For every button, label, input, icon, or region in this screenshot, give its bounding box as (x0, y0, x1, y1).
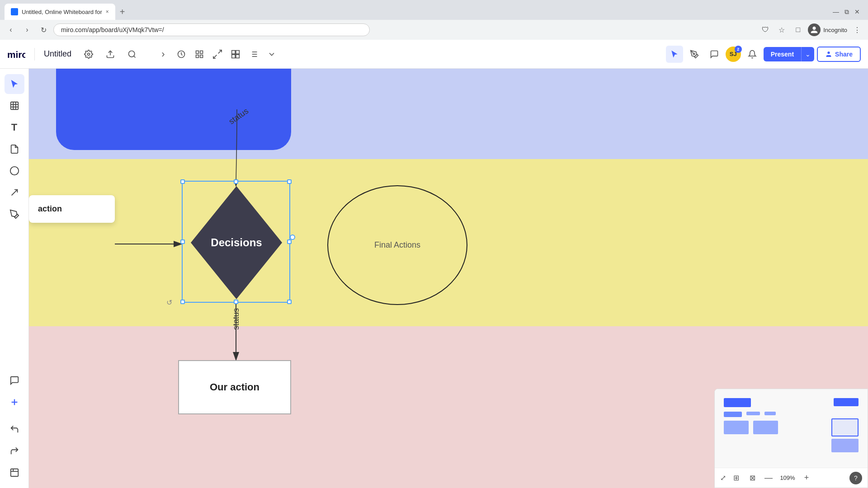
star-button[interactable]: ☆ (775, 23, 788, 36)
apps-tool[interactable] (227, 46, 244, 63)
minimap-block-8 (831, 418, 859, 436)
present-button-group: Present ⌄ (764, 47, 814, 61)
svg-line-29 (11, 190, 17, 196)
svg-rect-32 (10, 469, 18, 477)
window-maximize[interactable]: ⧉ (844, 8, 849, 16)
cast-button[interactable]: □ (792, 23, 804, 36)
address-bar[interactable] (53, 23, 370, 36)
incognito-button[interactable]: Incognito (808, 23, 847, 36)
connection-dot[interactable] (290, 235, 295, 240)
sidebar-text-tool[interactable]: T (5, 117, 24, 137)
more-tool[interactable] (263, 46, 280, 63)
search-button[interactable] (124, 46, 140, 62)
list-tool[interactable] (245, 46, 262, 63)
browser-controls: ‹ › ↻ 🛡 ☆ □ Incognito ⋮ (0, 20, 868, 40)
svg-point-22 (827, 52, 830, 54)
help-button[interactable]: ? (849, 472, 862, 484)
main-content: T (0, 69, 868, 488)
svg-rect-8 (200, 55, 203, 57)
timer-tool[interactable] (173, 46, 190, 63)
share-button[interactable]: Share (817, 47, 861, 62)
minimap-expand-button[interactable]: ⤢ (720, 474, 726, 482)
notification-badge: 2 (735, 46, 742, 53)
sidebar-arrow-tool[interactable] (5, 183, 24, 202)
new-tab-button[interactable]: + (117, 6, 128, 18)
minimap-fit-button[interactable]: ⊠ (746, 472, 759, 484)
tab-favicon (11, 8, 18, 15)
frames-tool[interactable] (191, 46, 208, 63)
svg-rect-6 (200, 51, 203, 53)
sidebar-redo-tool[interactable] (5, 441, 24, 461)
forward-tool[interactable]: › (155, 46, 172, 63)
minimap-map-button[interactable]: ⊞ (730, 472, 742, 484)
sidebar-select-tool[interactable] (5, 74, 24, 94)
sidebar-sticky-tool[interactable] (5, 139, 24, 159)
browser-menu-button[interactable]: ⋮ (851, 23, 863, 36)
svg-rect-5 (196, 51, 199, 53)
share-label: Share (835, 51, 853, 58)
crop-tool[interactable] (209, 46, 226, 63)
sidebar-pen-tool[interactable] (5, 204, 24, 224)
present-button[interactable]: Present (764, 47, 801, 61)
settings-button[interactable] (80, 46, 97, 62)
active-tab[interactable]: Untitled, Online Whiteboard for × (5, 4, 115, 20)
present-dropdown-button[interactable]: ⌄ (801, 47, 814, 61)
diamond-shape[interactable]: Decisions (186, 182, 287, 304)
select-tool-btn[interactable] (666, 46, 683, 63)
svg-rect-14 (232, 54, 236, 58)
svg-point-28 (10, 167, 18, 175)
minimap-block-1 (724, 398, 751, 407)
minimap-block-2 (834, 398, 859, 406)
pen-tool-btn[interactable] (686, 46, 703, 63)
forward-button[interactable]: › (21, 23, 33, 36)
oval-label: Final Actions (374, 240, 420, 250)
zoom-in-button[interactable]: + (800, 472, 813, 484)
minimap-block-9 (831, 439, 859, 452)
svg-text:miro: miro (7, 49, 25, 60)
zoom-out-button[interactable]: — (762, 472, 775, 484)
svg-line-9 (218, 50, 222, 53)
rotate-handle[interactable]: ↺ (166, 298, 175, 307)
window-minimize[interactable]: — (833, 8, 839, 15)
shield-button[interactable]: 🛡 (759, 23, 772, 36)
refresh-button[interactable]: ↻ (37, 23, 50, 36)
user-avatar[interactable]: SJ 2 (726, 47, 741, 62)
minimap-block-5 (764, 412, 776, 415)
tab-close-button[interactable]: × (106, 9, 109, 15)
toolbar-divider (34, 48, 35, 61)
minimap-block-3 (724, 412, 742, 417)
browser-chrome: Untitled, Online Whiteboard for × + — ⧉ … (0, 0, 868, 40)
window-close[interactable]: ✕ (854, 8, 860, 15)
minimap-block-4 (746, 412, 760, 415)
app-container: miro Untitled › (0, 40, 868, 488)
back-button[interactable]: ‹ (5, 23, 17, 36)
svg-point-3 (129, 51, 135, 56)
user-avatar-container: SJ 2 (726, 47, 741, 62)
incognito-label: Incognito (823, 27, 847, 33)
svg-point-21 (693, 53, 694, 54)
sidebar-comment-tool[interactable] (5, 371, 24, 390)
blue-shape (56, 69, 291, 150)
sidebar-undo-tool[interactable] (5, 419, 24, 439)
canvas-area[interactable]: action status (29, 69, 868, 488)
incognito-avatar (808, 23, 821, 36)
export-button[interactable] (102, 46, 118, 62)
oval-shape[interactable]: Final Actions (327, 185, 467, 305)
comment-tool-btn[interactable] (706, 46, 723, 63)
sidebar-add-tool[interactable] (5, 392, 24, 412)
svg-rect-11 (232, 50, 236, 54)
sidebar-board-tool[interactable] (5, 463, 24, 483)
svg-point-1 (88, 53, 90, 55)
board-title[interactable]: Untitled (40, 47, 75, 61)
svg-line-10 (213, 55, 217, 58)
minimap: ⤢ ⊞ ⊠ — 109% + ? (714, 389, 868, 488)
rect-label: Our action (210, 381, 259, 393)
zoom-level: 109% (778, 474, 797, 481)
rect-shape[interactable]: Our action (178, 360, 291, 414)
toolbar-right: SJ 2 Present ⌄ Share (666, 46, 861, 63)
miro-logo[interactable]: miro (7, 48, 25, 61)
sidebar-ellipse-tool[interactable] (5, 161, 24, 181)
sidebar-table-tool[interactable] (5, 96, 24, 116)
browser-actions: 🛡 ☆ □ Incognito ⋮ (759, 23, 863, 36)
bell-button[interactable] (744, 46, 761, 63)
